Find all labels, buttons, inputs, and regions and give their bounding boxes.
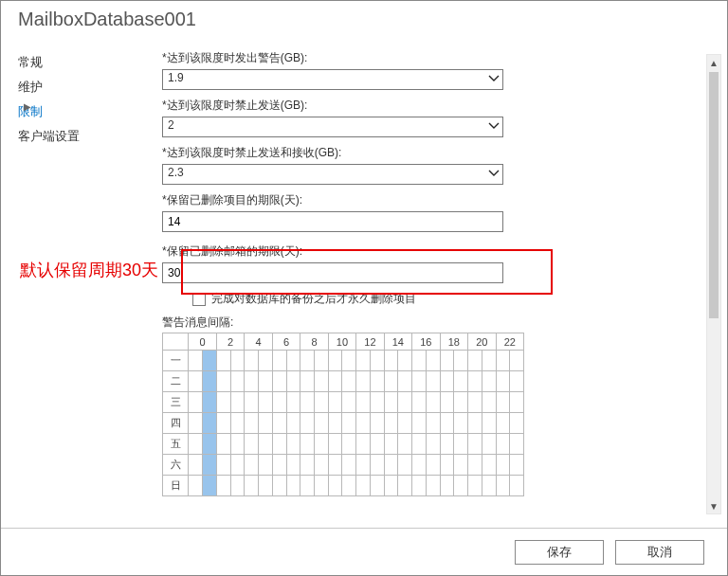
schedule-cell[interactable] (328, 413, 342, 434)
schedule-cell[interactable] (328, 351, 342, 371)
schedule-cell[interactable] (370, 392, 384, 413)
sidebar-item-limits[interactable]: 限制 (18, 99, 162, 124)
schedule-cell[interactable] (454, 455, 468, 476)
schedule-cell[interactable] (398, 413, 412, 434)
schedule-cell[interactable] (342, 434, 356, 455)
schedule-cell[interactable] (245, 455, 259, 476)
schedule-cell[interactable] (203, 392, 217, 413)
schedule-cell[interactable] (245, 371, 259, 392)
schedule-cell[interactable] (510, 392, 524, 413)
schedule-cell[interactable] (384, 351, 398, 371)
schedule-cell[interactable] (482, 455, 496, 476)
schedule-cell[interactable] (259, 371, 273, 392)
schedule-cell[interactable] (342, 455, 356, 476)
schedule-cell[interactable] (216, 392, 230, 413)
schedule-cell[interactable] (286, 392, 300, 413)
schedule-cell[interactable] (482, 434, 496, 455)
schedule-cell[interactable] (454, 351, 468, 371)
schedule-cell[interactable] (314, 413, 328, 434)
schedule-cell[interactable] (384, 371, 398, 392)
schedule-cell[interactable] (300, 371, 315, 392)
schedule-cell[interactable] (314, 351, 328, 371)
sidebar-item-general[interactable]: 常规 (18, 50, 162, 75)
schedule-cell[interactable] (398, 434, 412, 455)
schedule-cell[interactable] (216, 351, 230, 371)
schedule-cell[interactable] (342, 351, 356, 371)
schedule-cell[interactable] (398, 455, 412, 476)
schedule-cell[interactable] (468, 434, 482, 455)
schedule-cell[interactable] (496, 455, 510, 476)
prohibit-send-select[interactable]: 2 (162, 117, 503, 137)
schedule-cell[interactable] (454, 413, 468, 434)
schedule-cell[interactable] (342, 392, 356, 413)
schedule-cell[interactable] (342, 413, 356, 434)
schedule-cell[interactable] (454, 476, 468, 496)
schedule-cell[interactable] (440, 476, 454, 496)
schedule-cell[interactable] (412, 476, 427, 496)
schedule-cell[interactable] (412, 434, 427, 455)
schedule-cell[interactable] (426, 434, 440, 455)
schedule-cell[interactable] (230, 476, 245, 496)
schedule-cell[interactable] (496, 351, 510, 371)
schedule-cell[interactable] (342, 476, 356, 496)
schedule-cell[interactable] (356, 476, 371, 496)
schedule-cell[interactable] (314, 476, 328, 496)
schedule-cell[interactable] (189, 351, 203, 371)
schedule-cell[interactable] (440, 371, 454, 392)
schedule-cell[interactable] (496, 371, 510, 392)
schedule-cell[interactable] (356, 413, 371, 434)
schedule-cell[interactable] (510, 455, 524, 476)
schedule-cell[interactable] (245, 413, 259, 434)
schedule-cell[interactable] (426, 455, 440, 476)
schedule-cell[interactable] (259, 476, 273, 496)
schedule-cell[interactable] (245, 476, 259, 496)
schedule-cell[interactable] (216, 455, 230, 476)
schedule-cell[interactable] (286, 476, 300, 496)
schedule-cell[interactable] (356, 455, 371, 476)
schedule-cell[interactable] (370, 434, 384, 455)
schedule-cell[interactable] (468, 455, 482, 476)
schedule-cell[interactable] (259, 413, 273, 434)
keep-deleted-mailbox-input[interactable] (162, 262, 503, 283)
schedule-cell[interactable] (189, 434, 203, 455)
schedule-cell[interactable] (496, 413, 510, 434)
scroll-thumb[interactable] (709, 72, 719, 318)
schedule-cell[interactable] (216, 413, 230, 434)
schedule-cell[interactable] (189, 455, 203, 476)
schedule-cell[interactable] (230, 455, 245, 476)
schedule-cell[interactable] (426, 371, 440, 392)
schedule-cell[interactable] (426, 392, 440, 413)
schedule-cell[interactable] (482, 392, 496, 413)
sidebar-item-maintenance[interactable]: 维护 (18, 75, 162, 99)
schedule-cell[interactable] (314, 371, 328, 392)
schedule-cell[interactable] (203, 371, 217, 392)
schedule-cell[interactable] (203, 476, 217, 496)
schedule-cell[interactable] (370, 413, 384, 434)
schedule-cell[interactable] (259, 392, 273, 413)
prohibit-send-receive-select[interactable]: 2.3 (162, 164, 503, 185)
schedule-cell[interactable] (440, 413, 454, 434)
schedule-cell[interactable] (272, 371, 286, 392)
save-button[interactable]: 保存 (515, 540, 604, 565)
schedule-cell[interactable] (328, 371, 342, 392)
cancel-button[interactable]: 取消 (615, 540, 704, 565)
schedule-cell[interactable] (398, 476, 412, 496)
schedule-cell[interactable] (259, 351, 273, 371)
schedule-cell[interactable] (412, 371, 427, 392)
schedule-cell[interactable] (412, 392, 427, 413)
schedule-cell[interactable] (328, 392, 342, 413)
schedule-cell[interactable] (510, 371, 524, 392)
schedule-cell[interactable] (468, 413, 482, 434)
schedule-cell[interactable] (300, 351, 315, 371)
schedule-cell[interactable] (384, 434, 398, 455)
schedule-cell[interactable] (398, 371, 412, 392)
schedule-cell[interactable] (482, 351, 496, 371)
schedule-cell[interactable] (454, 434, 468, 455)
schedule-cell[interactable] (203, 413, 217, 434)
schedule-cell[interactable] (440, 392, 454, 413)
schedule-cell[interactable] (189, 413, 203, 434)
schedule-cell[interactable] (440, 434, 454, 455)
schedule-cell[interactable] (216, 434, 230, 455)
schedule-cell[interactable] (398, 351, 412, 371)
schedule-cell[interactable] (272, 455, 286, 476)
